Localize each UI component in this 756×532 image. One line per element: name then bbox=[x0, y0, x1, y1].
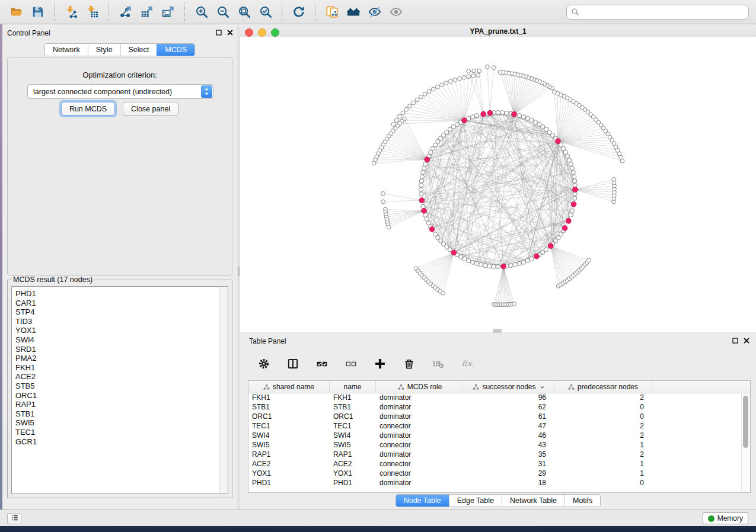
table-row[interactable]: STB1STB1dominator620 bbox=[248, 402, 750, 412]
cell-shared-name: STB1 bbox=[248, 403, 330, 411]
float-panel-icon[interactable] bbox=[732, 337, 739, 344]
cell-mcds-role: dominator bbox=[376, 431, 464, 440]
mcds-result-item[interactable]: STB1 bbox=[15, 409, 228, 419]
tab-select[interactable]: Select bbox=[120, 44, 157, 56]
table-row[interactable]: TEC1TEC1connector472 bbox=[248, 421, 750, 431]
refresh-layout-button[interactable] bbox=[289, 2, 308, 21]
cell-successor-nodes: 43 bbox=[464, 441, 554, 449]
splitter-handle[interactable] bbox=[238, 267, 240, 276]
export-table-button[interactable] bbox=[138, 2, 157, 21]
show-graphics-details-icon bbox=[390, 5, 403, 18]
mcds-result-item[interactable]: STB5 bbox=[15, 382, 228, 391]
scrollbar-thumb[interactable] bbox=[743, 396, 748, 448]
table-row[interactable]: SWI4SWI4dominator462 bbox=[248, 431, 750, 440]
mcds-result-item[interactable]: ORC1 bbox=[15, 391, 228, 400]
mcds-list-scrollbar[interactable] bbox=[219, 287, 228, 493]
memory-button[interactable]: Memory bbox=[703, 512, 748, 524]
export-network-button[interactable] bbox=[116, 2, 135, 21]
mcds-result-item[interactable]: RAP1 bbox=[15, 400, 228, 409]
tab-edge-table[interactable]: Edge Table bbox=[449, 495, 502, 507]
zoom-selected-icon bbox=[259, 5, 272, 18]
mcds-result-item[interactable]: FKH1 bbox=[15, 363, 228, 373]
cell-predecessor-nodes: 1 bbox=[554, 441, 652, 449]
memory-status-icon bbox=[708, 515, 714, 522]
create-column-button[interactable] bbox=[372, 356, 388, 373]
zoom-out-button[interactable] bbox=[213, 2, 232, 21]
select-all-columns-button[interactable] bbox=[314, 356, 330, 373]
zoom-selected-button[interactable] bbox=[256, 2, 275, 21]
column-header-shared-name[interactable]: shared name bbox=[248, 381, 330, 393]
criterion-select[interactable]: largest connected component (undirected) bbox=[27, 84, 213, 99]
table-settings-button[interactable] bbox=[256, 356, 272, 373]
table-scrollbar[interactable] bbox=[741, 393, 749, 491]
mcds-result-item[interactable]: TEC1 bbox=[15, 428, 228, 437]
table-row[interactable]: RAP1RAP1dominator352 bbox=[248, 450, 750, 459]
search-input[interactable] bbox=[582, 7, 744, 17]
close-panel-icon[interactable] bbox=[743, 337, 750, 344]
table-row[interactable]: ACE2ACE2connector311 bbox=[248, 459, 750, 469]
mcds-result-item[interactable]: YOX1 bbox=[15, 326, 228, 335]
status-bar: Memory bbox=[0, 509, 756, 526]
tab-network-table[interactable]: Network Table bbox=[502, 495, 564, 507]
tab-network[interactable]: Network bbox=[45, 44, 88, 56]
sort-desc-icon bbox=[539, 384, 546, 390]
mcds-result-item[interactable]: CAR1 bbox=[15, 299, 228, 308]
show-graphics-details-button[interactable] bbox=[387, 2, 406, 21]
network-graph[interactable] bbox=[240, 37, 756, 332]
column-header-predecessor-nodes[interactable]: predecessor nodes bbox=[554, 381, 652, 393]
open-recent-session-button[interactable] bbox=[344, 2, 363, 21]
network-canvas[interactable] bbox=[240, 37, 756, 332]
cell-name: RAP1 bbox=[330, 450, 376, 459]
import-table-button[interactable] bbox=[83, 2, 102, 21]
mcds-result-item[interactable]: SWI4 bbox=[15, 335, 228, 345]
mcds-result-item[interactable]: SWI5 bbox=[15, 418, 228, 428]
close-panel-icon[interactable] bbox=[227, 29, 234, 36]
cell-mcds-role: dominator bbox=[376, 479, 464, 487]
split-columns-button[interactable] bbox=[285, 356, 301, 373]
table-row[interactable]: SWI5SWI5connector431 bbox=[248, 440, 750, 450]
column-header-successor-nodes[interactable]: successor nodes bbox=[464, 381, 554, 393]
table-row[interactable]: ORC1ORC1dominator610 bbox=[248, 412, 750, 421]
run-mcds-button[interactable]: Run MCDS bbox=[61, 102, 115, 116]
tab-style[interactable]: Style bbox=[88, 44, 120, 56]
tab-mcds[interactable]: MCDS bbox=[157, 44, 194, 56]
table-row[interactable]: YOX1YOX1connector291 bbox=[248, 469, 750, 478]
task-history-button[interactable] bbox=[7, 513, 21, 524]
table-row[interactable]: PHD1PHD1dominator180 bbox=[248, 478, 750, 488]
table-type-tabs: Node TableEdge TableNetwork TableMotifs bbox=[395, 494, 601, 507]
delete-columns-button[interactable] bbox=[401, 356, 417, 373]
float-panel-icon[interactable] bbox=[215, 29, 222, 36]
mcds-result-item[interactable]: ACE2 bbox=[15, 372, 228, 382]
tab-node-table[interactable]: Node Table bbox=[396, 495, 449, 507]
control-panel-title: Control Panel bbox=[7, 29, 50, 37]
mcds-result-list: PHD1CAR1STP4TID3YOX1SWI4SRD1PMA2FKH1ACE2… bbox=[11, 286, 228, 494]
tab-motifs[interactable]: Motifs bbox=[564, 495, 600, 507]
mcds-result-item[interactable]: STP4 bbox=[15, 307, 228, 317]
hide-graphics-details-button[interactable] bbox=[365, 2, 384, 21]
column-header-name[interactable]: name bbox=[330, 381, 376, 393]
select-stepper-icon bbox=[201, 85, 212, 98]
open-file-button[interactable] bbox=[7, 2, 26, 21]
cell-name: SWI4 bbox=[330, 431, 376, 440]
table-row[interactable]: FKH1FKH1dominator962 bbox=[248, 393, 750, 402]
mcds-result-item[interactable]: TID3 bbox=[15, 317, 228, 326]
column-header-mcds-role[interactable]: MCDS role bbox=[376, 381, 464, 393]
export-image-button[interactable] bbox=[159, 2, 178, 21]
save-session-button[interactable] bbox=[28, 2, 47, 21]
mcds-result-item[interactable]: PMA2 bbox=[15, 354, 228, 363]
delete-table-button bbox=[430, 356, 446, 373]
zoom-in-button[interactable] bbox=[192, 2, 211, 21]
unselect-all-columns-button[interactable] bbox=[343, 356, 359, 373]
close-panel-button[interactable]: Close panel bbox=[123, 102, 178, 116]
import-network-button[interactable] bbox=[62, 2, 81, 21]
clone-network-button[interactable] bbox=[323, 2, 342, 21]
cell-predecessor-nodes: 2 bbox=[554, 431, 652, 440]
zoom-fit-button[interactable] bbox=[235, 2, 254, 21]
cell-mcds-role: connector bbox=[376, 469, 464, 477]
splitter-handle[interactable] bbox=[493, 329, 502, 333]
mcds-result-item[interactable]: PHD1 bbox=[15, 289, 228, 299]
cell-successor-nodes: 61 bbox=[464, 412, 554, 421]
mcds-result-item[interactable]: GCR1 bbox=[15, 437, 228, 447]
refresh-layout-icon bbox=[292, 5, 305, 18]
mcds-result-item[interactable]: SRD1 bbox=[15, 345, 228, 354]
